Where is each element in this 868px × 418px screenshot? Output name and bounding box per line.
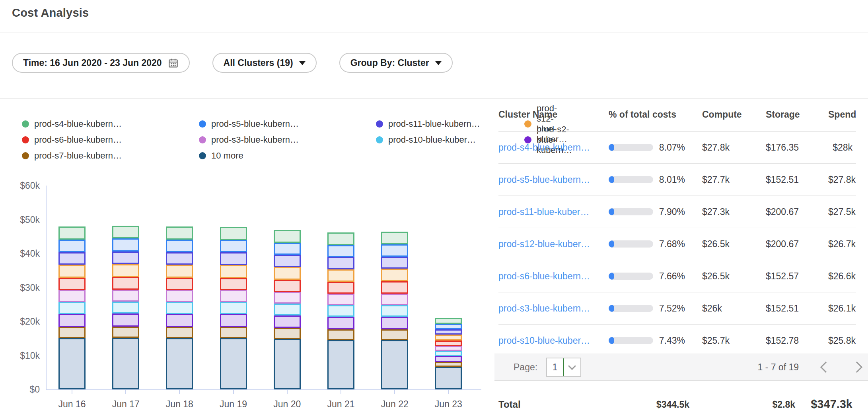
bar-segment	[58, 302, 86, 314]
bar-segment	[166, 327, 193, 338]
pct-of-total-cell: 7.52%	[609, 303, 702, 314]
pct-progress-track	[609, 144, 653, 151]
pct-progress-track	[609, 208, 653, 215]
bar-segment	[166, 226, 193, 239]
bar-segment	[112, 338, 139, 389]
legend-item[interactable]: prod-s7-blue-kubern…	[22, 151, 199, 161]
bar-segment	[327, 294, 354, 305]
table-row: prod-s4-blue-kubern…8.07%$27.8k$176.35$2…	[498, 132, 856, 164]
pct-progress-fill	[609, 208, 614, 215]
pct-of-total-cell: 7.66%	[609, 271, 702, 282]
bar-segment	[220, 227, 247, 240]
pct-value: 8.07%	[658, 142, 685, 153]
bar-segment	[220, 278, 247, 290]
compute-value: $26.5k	[702, 239, 766, 250]
chevron-down-icon	[435, 61, 442, 65]
legend-item[interactable]: 10 more	[199, 151, 376, 161]
bar-segment	[381, 269, 408, 281]
legend-label: prod-s11-blue-kubern…	[388, 119, 480, 129]
page-select[interactable]: 1	[546, 358, 581, 377]
page-number: 1	[547, 362, 563, 373]
bar-segment	[58, 314, 86, 327]
bar-segment	[58, 265, 86, 277]
y-axis-tick-label: $10k	[12, 350, 40, 361]
bar-segment	[327, 317, 354, 329]
pct-progress-fill	[609, 273, 614, 280]
legend-item[interactable]: prod-s4-blue-kubern…	[22, 119, 199, 129]
bar-segment	[220, 252, 247, 265]
bar-segment	[435, 329, 462, 335]
bar-segment	[435, 346, 462, 351]
legend-color-dot	[376, 120, 383, 128]
legend-item[interactable]: prod-s3-blue-kubern…	[199, 135, 376, 145]
table-body: prod-s4-blue-kubern…8.07%$27.8k$176.35$2…	[498, 132, 856, 357]
y-axis-tick-label: $40k	[12, 248, 40, 259]
time-range-filter[interactable]: Time: 16 Jun 2020 - 23 Jun 2020	[12, 53, 190, 73]
compute-value: $26.5k	[702, 271, 766, 282]
cluster-name-link[interactable]: prod-s10-blue-kuber…	[498, 335, 609, 346]
legend-label: prod-s4-blue-kubern…	[34, 119, 122, 129]
bar-segment	[112, 290, 139, 302]
cluster-name-link[interactable]: prod-s11-blue-kuber…	[498, 207, 609, 217]
bar-segment	[274, 304, 301, 315]
bar-segment	[112, 264, 139, 277]
bar-segment	[166, 338, 193, 389]
cluster-name-link[interactable]: prod-s3-blue-kubern…	[498, 303, 609, 314]
bar-segment	[274, 339, 301, 389]
cluster-name-link[interactable]: prod-s12-blue-kuber…	[498, 239, 609, 250]
bar-segment	[327, 282, 354, 294]
header-divider	[0, 33, 868, 33]
bar-segment	[220, 302, 247, 314]
page-title: Cost Analysis	[12, 6, 89, 19]
storage-value: $152.57	[766, 271, 828, 282]
bar-segment	[435, 362, 462, 367]
bar-segment	[327, 305, 354, 317]
bar-segment	[220, 327, 247, 338]
bar-segment	[274, 280, 301, 292]
total-label: Total	[498, 399, 521, 410]
x-axis-tick	[72, 390, 72, 394]
cluster-name-link[interactable]: prod-s4-blue-kubern…	[498, 142, 609, 153]
pct-value: 7.52%	[658, 303, 685, 314]
table-row: prod-s11-blue-kuber…7.90%$27.3k$200.67$2…	[498, 196, 856, 228]
x-axis-tick-label: Jun 23	[420, 399, 476, 410]
table-header-row: Cluster Name % of total costs Compute St…	[498, 98, 856, 132]
legend-color-dot	[22, 120, 29, 128]
bar-segment	[220, 290, 247, 302]
cluster-name-link[interactable]: prod-s5-blue-kubern…	[498, 174, 609, 185]
x-axis-line	[46, 389, 481, 390]
legend-item[interactable]: prod-s5-blue-kubern…	[199, 119, 376, 129]
x-axis-tick	[287, 390, 288, 394]
bar-segment	[381, 329, 408, 340]
next-page-icon[interactable]	[851, 362, 862, 373]
bar-segment	[327, 245, 354, 257]
spend-value: $27.8k	[828, 174, 859, 185]
compute-value: $27.3k	[702, 207, 766, 217]
total-compute-value: $344.5k	[656, 399, 689, 410]
bar-segment	[274, 328, 301, 339]
x-axis-tick	[448, 390, 449, 394]
storage-value: $200.67	[766, 239, 828, 250]
bar-segment	[435, 356, 462, 362]
clusters-filter-dropdown[interactable]: All Clusters (19)	[212, 53, 317, 73]
y-axis-tick-label: $0	[12, 384, 40, 395]
pct-value: 7.90%	[658, 207, 685, 217]
pct-progress-fill	[609, 240, 614, 248]
column-header-cluster-name: Cluster Name	[498, 109, 609, 120]
bar-segment	[327, 340, 354, 389]
pagination-range: 1 - 7 of 19	[757, 362, 799, 373]
previous-page-icon[interactable]	[820, 362, 831, 373]
group-by-dropdown[interactable]: Group By: Cluster	[339, 53, 453, 73]
legend-label: prod-s5-blue-kubern…	[211, 119, 299, 129]
pct-progress-track	[609, 273, 653, 280]
legend-label: prod-s7-blue-kubern…	[34, 151, 122, 161]
bar-segment	[58, 278, 86, 290]
chart-legend: prod-s4-blue-kubern…prod-s5-blue-kubern……	[22, 119, 572, 161]
pagination-bar: Page: 1 1 - 7 of 19	[494, 354, 868, 381]
legend-item[interactable]: prod-s6-blue-kubern…	[22, 135, 199, 145]
compute-value: $27.8k	[702, 142, 766, 153]
spend-value: $26.7k	[828, 239, 859, 250]
pct-progress-fill	[609, 176, 614, 183]
cluster-name-link[interactable]: prod-s6-blue-kubern…	[498, 271, 609, 282]
bar-segment	[112, 226, 139, 238]
